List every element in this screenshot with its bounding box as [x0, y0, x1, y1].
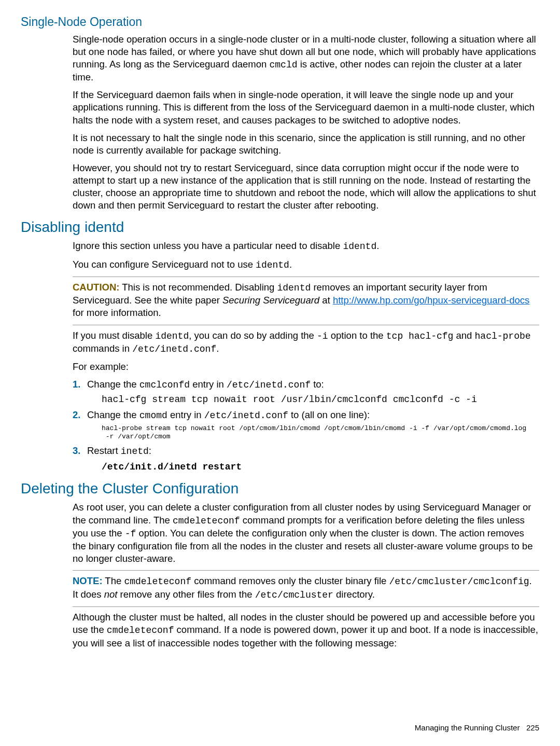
code: cmomd	[139, 410, 167, 421]
code: -f	[125, 529, 136, 539]
footer-text: Managing the Running Cluster	[415, 723, 520, 732]
note-block: NOTE: The cmdeleteconf command removes o…	[73, 575, 539, 601]
s2-p3: If you must disable identd, you can do s…	[73, 329, 539, 356]
caution-label: CAUTION:	[73, 282, 119, 293]
text: and	[453, 330, 474, 341]
s3-p1: As root user, you can delete a cluster c…	[73, 501, 539, 565]
steps-list: 1. Change the cmclconfd entry in /etc/in…	[73, 378, 539, 473]
code-identd: identd	[343, 241, 376, 252]
code: -i	[317, 331, 328, 341]
step-number: 3.	[73, 445, 80, 457]
code-identd: identd	[277, 283, 311, 293]
code-block: hacl-cfg stream tcp nowait root /usr/lbi…	[102, 394, 539, 406]
s2-p4: For example:	[73, 361, 539, 373]
heading-deleting-cluster: Deleting the Cluster Configuration	[21, 479, 539, 498]
text: This is not recommended. Disabling	[119, 282, 277, 293]
text: to:	[311, 379, 324, 390]
code: tcp hacl-cfg	[386, 331, 454, 341]
text: Change the	[87, 409, 139, 420]
text: option to the	[328, 330, 386, 341]
step-3: 3. Restart inetd: /etc/init.d/inetd rest…	[73, 445, 539, 473]
section-delete-body: As root user, you can delete a cluster c…	[73, 501, 539, 649]
s1-p2: If the Serviceguard daemon fails when in…	[73, 89, 539, 126]
text: at	[319, 295, 333, 306]
code: cmdeleteconf	[107, 625, 174, 636]
text: The	[103, 575, 124, 586]
text: entry in	[167, 409, 204, 420]
italic-title: Securing Serviceguard	[222, 295, 319, 306]
page-root: Single-Node Operation Single-node operat…	[0, 0, 560, 746]
section-identd-body: Ignore this section unless you have a pa…	[73, 240, 539, 473]
code: cmdeleteconf	[173, 516, 240, 526]
italic-not: not	[104, 589, 118, 600]
text: , you can do so by adding the	[189, 330, 317, 341]
caution-block: CAUTION: This is not recommended. Disabl…	[73, 281, 539, 319]
step-number: 2.	[73, 409, 80, 421]
step-2: 2. Change the cmomd entry in /etc/inetd.…	[73, 409, 539, 441]
text: You can configure Serviceguard not to us…	[73, 259, 256, 270]
code-block: hacl-probe stream tcp nowait root /opt/c…	[102, 424, 539, 442]
code: /etc/inetd.conf	[227, 380, 311, 390]
code: cmdeleteconf	[124, 576, 191, 587]
text: commands in	[73, 343, 132, 354]
code: /etc/cmcluster/cmclconfig	[389, 576, 529, 587]
text: option. You can delete the configuration…	[73, 528, 533, 564]
divider	[73, 570, 539, 571]
step-1: 1. Change the cmclconfd entry in /etc/in…	[73, 378, 539, 406]
code: /etc/cmcluster	[255, 590, 333, 600]
code: hacl-probe	[475, 331, 531, 341]
section-single-node-body: Single-node operation occurs in a single…	[73, 33, 539, 212]
heading-disabling-identd: Disabling identd	[21, 218, 539, 237]
page-number: 225	[526, 723, 539, 732]
text: .	[289, 259, 292, 270]
text: If you must disable	[73, 330, 155, 341]
text: entry in	[190, 379, 227, 390]
text: .	[216, 343, 219, 354]
text: .	[376, 240, 379, 251]
text: to (all on one line):	[288, 409, 370, 420]
text: Change the	[87, 379, 139, 390]
heading-single-node: Single-Node Operation	[21, 15, 539, 30]
text: command removes only the cluster binary …	[191, 575, 389, 586]
code: /etc/inetd.conf	[204, 410, 288, 421]
text: directory.	[333, 589, 375, 600]
divider	[73, 606, 539, 607]
code-block-bold: /etc/init.d/inetd restart	[102, 461, 539, 473]
code: /etc/inetd.conf	[132, 344, 216, 354]
s3-p2: Although the cluster must be halted, all…	[73, 611, 539, 649]
s1-p3: It is not necessary to halt the single n…	[73, 132, 539, 157]
divider	[73, 325, 539, 325]
note-label: NOTE:	[73, 575, 103, 586]
link-hp-docs[interactable]: http://www.hp.com/go/hpux-serviceguard-d…	[333, 295, 529, 306]
code: cmclconfd	[139, 380, 190, 390]
text: :	[149, 445, 151, 456]
text: Restart	[87, 445, 121, 456]
s2-p1: Ignore this section unless you have a pa…	[73, 240, 539, 253]
code-cmcld: cmcld	[270, 60, 298, 70]
code: inetd	[121, 446, 149, 457]
text: Ignore this section unless you have a pa…	[73, 240, 343, 251]
divider	[73, 277, 539, 277]
s1-p4: However, you should not try to restart S…	[73, 162, 539, 212]
text: for more information.	[73, 307, 161, 318]
s2-p2: You can configure Serviceguard not to us…	[73, 258, 539, 271]
page-footer: Managing the Running Cluster 225	[415, 723, 539, 733]
step-number: 1.	[73, 378, 80, 391]
s1-p1: Single-node operation occurs in a single…	[73, 33, 539, 84]
code: identd	[155, 331, 189, 341]
text: remove any other files from the	[117, 589, 255, 600]
code-identd: identd	[256, 260, 289, 270]
